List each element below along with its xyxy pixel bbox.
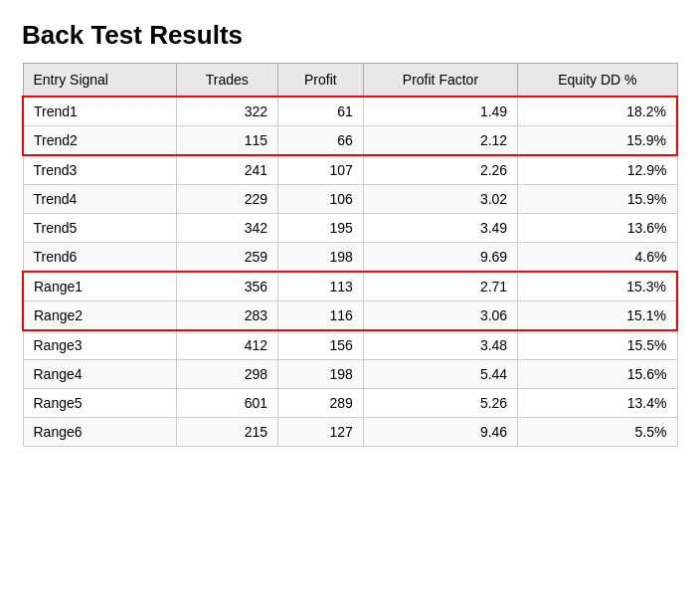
table-cell-entry_signal: Trend4: [23, 185, 176, 214]
table-cell-trades: 283: [176, 301, 277, 331]
table-cell-profit: 116: [277, 301, 363, 331]
table-cell-trades: 356: [176, 272, 277, 301]
table-cell-equity_dd: 18.2%: [518, 97, 677, 126]
table-cell-trades: 241: [176, 155, 277, 185]
table-cell-profit_factor: 9.69: [363, 243, 517, 273]
table-cell-trades: 322: [176, 97, 277, 126]
results-table: Entry Signal Trades Profit Profit Factor…: [22, 63, 678, 447]
table-row: Trend2115662.1215.9%: [23, 126, 677, 156]
table-row: Range22831163.0615.1%: [23, 301, 677, 331]
table-cell-equity_dd: 4.6%: [518, 243, 677, 273]
table-cell-trades: 412: [176, 330, 277, 360]
table-cell-equity_dd: 15.3%: [518, 272, 677, 301]
table-cell-equity_dd: 13.4%: [518, 389, 677, 418]
table-row: Trend42291063.0215.9%: [23, 185, 677, 214]
table-cell-entry_signal: Trend3: [23, 155, 176, 185]
table-row: Trend53421953.4913.6%: [23, 214, 677, 243]
table-cell-profit_factor: 5.26: [363, 389, 517, 418]
table-cell-profit_factor: 9.46: [363, 418, 517, 447]
table-row: Range42981985.4415.6%: [23, 360, 677, 389]
table-cell-profit: 106: [277, 185, 363, 214]
col-header-profit: Profit: [277, 64, 363, 98]
table-cell-trades: 298: [176, 360, 277, 389]
main-container: Back Test Results Entry Signal Trades Pr…: [22, 20, 678, 447]
table-cell-entry_signal: Trend6: [23, 243, 176, 273]
table-row: Range56012895.2613.4%: [23, 389, 677, 418]
table-cell-profit: 289: [277, 389, 363, 418]
table-cell-profit_factor: 3.02: [363, 185, 517, 214]
table-cell-trades: 259: [176, 243, 277, 273]
table-row: Trend62591989.694.6%: [23, 243, 677, 273]
table-cell-profit_factor: 2.26: [363, 155, 517, 185]
table-cell-profit_factor: 3.49: [363, 214, 517, 243]
table-cell-trades: 342: [176, 214, 277, 243]
table-cell-profit: 198: [277, 360, 363, 389]
page-title: Back Test Results: [22, 20, 678, 51]
table-cell-entry_signal: Trend1: [23, 97, 176, 126]
table-cell-equity_dd: 15.6%: [518, 360, 677, 389]
table-cell-profit: 66: [277, 126, 363, 156]
table-cell-equity_dd: 12.9%: [518, 155, 677, 185]
table-cell-profit: 107: [277, 155, 363, 185]
table-cell-trades: 601: [176, 389, 277, 418]
table-cell-profit_factor: 5.44: [363, 360, 517, 389]
table-cell-profit: 61: [277, 97, 363, 126]
table-cell-equity_dd: 15.5%: [518, 330, 677, 360]
table-body: Trend1322611.4918.2%Trend2115662.1215.9%…: [23, 97, 677, 447]
table-row: Trend32411072.2612.9%: [23, 155, 677, 185]
table-cell-trades: 115: [176, 126, 277, 156]
col-header-trades: Trades: [176, 64, 277, 98]
table-cell-entry_signal: Range2: [23, 301, 176, 331]
table-cell-equity_dd: 15.9%: [518, 185, 677, 214]
table-cell-profit_factor: 2.71: [363, 272, 517, 301]
table-cell-entry_signal: Range3: [23, 330, 176, 360]
table-row: Range34121563.4815.5%: [23, 330, 677, 360]
table-cell-profit: 198: [277, 243, 363, 273]
table-row: Trend1322611.4918.2%: [23, 97, 677, 126]
table-header: Entry Signal Trades Profit Profit Factor…: [23, 64, 677, 98]
table-row: Range62151279.465.5%: [23, 418, 677, 447]
col-header-entry-signal: Entry Signal: [23, 64, 176, 98]
table-cell-profit_factor: 3.48: [363, 330, 517, 360]
table-row: Range13561132.7115.3%: [23, 272, 677, 301]
table-cell-profit_factor: 3.06: [363, 301, 517, 331]
table-cell-profit: 195: [277, 214, 363, 243]
header-row: Entry Signal Trades Profit Profit Factor…: [23, 64, 677, 98]
table-cell-profit: 127: [277, 418, 363, 447]
table-cell-entry_signal: Range5: [23, 389, 176, 418]
table-cell-profit_factor: 2.12: [363, 126, 517, 156]
table-cell-profit: 113: [277, 272, 363, 301]
table-cell-equity_dd: 5.5%: [518, 418, 677, 447]
table-cell-entry_signal: Range6: [23, 418, 176, 447]
table-cell-entry_signal: Range4: [23, 360, 176, 389]
table-cell-entry_signal: Trend5: [23, 214, 176, 243]
col-header-equity-dd: Equity DD %: [518, 64, 677, 98]
table-cell-profit_factor: 1.49: [363, 97, 517, 126]
table-cell-trades: 215: [176, 418, 277, 447]
table-cell-trades: 229: [176, 185, 277, 214]
table-cell-entry_signal: Trend2: [23, 126, 176, 156]
table-cell-profit: 156: [277, 330, 363, 360]
table-cell-equity_dd: 13.6%: [518, 214, 677, 243]
table-cell-equity_dd: 15.1%: [518, 301, 677, 331]
table-cell-entry_signal: Range1: [23, 272, 176, 301]
col-header-profit-factor: Profit Factor: [363, 64, 517, 98]
table-cell-equity_dd: 15.9%: [518, 126, 677, 156]
